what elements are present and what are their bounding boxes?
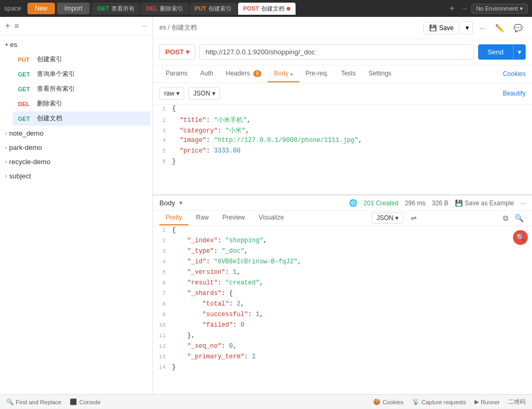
format-select[interactable]: JSON ▾ — [188, 87, 220, 100]
resp-tab-visualize[interactable]: Visualize — [252, 211, 290, 225]
body-type-select[interactable]: raw ▾ — [159, 87, 184, 100]
collection-es-name: es — [10, 41, 17, 49]
more-options-button[interactable]: ··· — [476, 22, 489, 34]
list-item[interactable]: GET 查看所有索引 — [13, 82, 150, 96]
code-line: 6} — [153, 157, 532, 168]
format-value: JSON — [193, 90, 210, 97]
collection-es-header[interactable]: ▾ es — [0, 37, 153, 52]
code-line: 14} — [153, 363, 532, 374]
tab-name-label: 删除索引 — [160, 5, 183, 13]
line-number: 4 — [153, 137, 172, 144]
more-tabs-button[interactable]: ··· — [460, 5, 469, 12]
response-header: Body ▾ 🌐 201 Created 296 ms 326 B 💾 Save… — [153, 196, 532, 211]
line-content: { — [172, 226, 532, 234]
collection-note-demo-header[interactable]: › note_demo — [0, 126, 153, 140]
request-tab-删除索引[interactable]: DEL 删除索引 — [141, 3, 188, 15]
tab-settings[interactable]: Settings — [362, 65, 397, 82]
line-content: "title": "小米手机", — [172, 116, 532, 125]
import-button[interactable]: Import — [57, 3, 90, 14]
list-item-active[interactable]: GET 创建文档 — [13, 111, 150, 126]
cookies-bottom-button[interactable]: 🍪 Cookies — [373, 398, 404, 405]
tab-params[interactable]: Params — [159, 65, 194, 82]
runner-button[interactable]: ▶ Runner — [474, 398, 500, 405]
send-button[interactable]: Send — [478, 44, 513, 60]
sidebar: + ≡ ··· ▾ es PUT 创建索引 GET 查询单个索引 — [0, 17, 153, 394]
chevron-right-icon: › — [5, 173, 7, 179]
comment-button[interactable]: 💬 — [510, 22, 526, 34]
code-line: 1{ — [153, 226, 532, 236]
url-input[interactable] — [200, 44, 473, 60]
sort-icon[interactable]: ⇌ — [408, 212, 419, 224]
response-format-select[interactable]: JSON ▾ — [372, 212, 403, 224]
collection-recycle-demo-header[interactable]: › recycle-demo — [0, 155, 153, 169]
find-replace-button[interactable]: 🔍 Find and Replace — [6, 398, 61, 405]
collection-park-demo-header[interactable]: › park-demo — [0, 140, 153, 155]
sidebar-more-button[interactable]: ··· — [142, 22, 147, 30]
line-content: } — [172, 158, 532, 165]
collection-park-demo-name: park-demo — [9, 144, 42, 151]
save-example-button[interactable]: 💾 Save as Example — [455, 199, 514, 207]
capture-button[interactable]: 📡 Capture requests — [412, 398, 466, 405]
line-content: "_version": 1, — [172, 269, 532, 276]
add-tab-button[interactable]: + — [446, 4, 458, 13]
tab-name-label: 查看所有 — [111, 5, 135, 13]
cookies-link[interactable]: Cookies — [503, 70, 526, 78]
collection-recycle-demo: › recycle-demo — [0, 155, 153, 169]
line-content: "total": 2, — [172, 300, 532, 308]
search-overlay-button[interactable]: 🔍 — [513, 230, 528, 245]
body-options-row: raw ▾ JSON ▾ Beautify — [153, 83, 532, 104]
line-content: "_type": "_doc", — [172, 248, 532, 255]
environment-select[interactable]: No Environment ▾ — [471, 4, 528, 14]
edit-button[interactable]: ✏️ — [492, 22, 507, 34]
send-dropdown-button[interactable]: ▾ — [513, 44, 526, 60]
line-number: 5 — [153, 148, 172, 154]
search-response-button[interactable]: 🔍 — [512, 212, 526, 225]
body-type-value: raw — [164, 90, 174, 97]
response-more-button[interactable]: ··· — [520, 199, 526, 207]
chevron-down-icon: ▾ — [176, 90, 179, 97]
line-number: 10 — [153, 322, 172, 328]
save-dropdown-button[interactable]: ▾ — [462, 21, 473, 34]
line-content: "_id": "6VB8eIcBrinsw-B-fqJ2", — [172, 258, 532, 265]
code-line: 10 "failed": 0 — [153, 321, 532, 331]
list-item[interactable]: GET 查询单个索引 — [13, 67, 150, 81]
beautify-button[interactable]: Beautify — [503, 90, 526, 97]
line-number: 6 — [153, 158, 172, 165]
copy-response-button[interactable]: ⧉ — [501, 212, 510, 225]
request-body-editor[interactable]: 1{2 "title": "小米手机",3 "category": "小米",4… — [153, 104, 532, 194]
other-button[interactable]: 二维码 — [508, 398, 526, 406]
console-button[interactable]: ⬛ Console — [70, 398, 100, 405]
tab-prereq[interactable]: Pre-req. — [299, 65, 335, 82]
resp-tab-pretty[interactable]: Pretty — [159, 211, 188, 225]
request-tab-创建索引[interactable]: PUT 创建索引 — [189, 3, 237, 15]
list-item[interactable]: PUT 创建索引 — [13, 52, 150, 66]
method-select[interactable]: POST ▾ — [159, 44, 195, 60]
tab-method-label: POST — [243, 5, 259, 12]
line-number: 14 — [153, 364, 172, 370]
sidebar-add-button[interactable]: + — [5, 21, 10, 31]
line-number: 12 — [153, 343, 172, 349]
tab-body[interactable]: Body ● — [268, 65, 299, 82]
response-section: Body ▾ 🌐 201 Created 296 ms 326 B 💾 Save… — [153, 195, 532, 374]
resp-tab-preview[interactable]: Preview — [216, 211, 251, 225]
line-number: 6 — [153, 280, 172, 286]
request-tab-创建文档[interactable]: POST 创建文档 — [238, 3, 296, 15]
send-button-group: Send ▾ — [478, 44, 526, 60]
request-name: 创建文档 — [37, 114, 62, 123]
response-label: Body — [159, 199, 175, 207]
bottom-bar: 🔍 Find and Replace ⬛ Console 🍪 Cookies 📡… — [0, 394, 532, 409]
tab-auth[interactable]: Auth — [194, 65, 220, 82]
list-item[interactable]: DEL 删除索引 — [13, 97, 150, 111]
collection-subject-header[interactable]: › subject — [0, 169, 153, 183]
line-number: 1 — [153, 106, 172, 112]
request-tab-查看所有[interactable]: GET 查看所有 — [92, 3, 140, 15]
code-line: 3 "_type": "_doc", — [153, 247, 532, 258]
save-button[interactable]: 💾 Save — [423, 22, 459, 34]
new-button[interactable]: New — [27, 3, 55, 14]
chevron-down-icon: ▾ — [5, 42, 8, 47]
code-line: 1{ — [153, 104, 532, 115]
tab-tests[interactable]: Tests — [335, 65, 362, 82]
tab-headers[interactable]: Headers 8 — [220, 65, 268, 82]
sidebar-filter-button[interactable]: ≡ — [14, 22, 18, 30]
resp-tab-raw[interactable]: Raw — [189, 211, 215, 225]
